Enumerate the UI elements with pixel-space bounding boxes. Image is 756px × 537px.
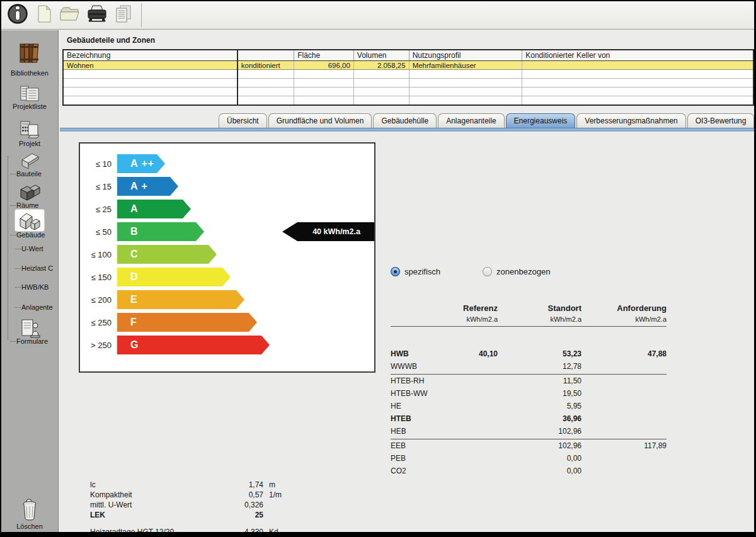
energy-grade-letter: A +	[130, 181, 148, 192]
zones-cell-empty	[409, 70, 522, 79]
sidebar: BibliothekenProjektlisteProjektBauteileR…	[1, 30, 59, 532]
result-referenz	[446, 425, 498, 438]
energy-grade-letter: D	[130, 271, 139, 283]
zones-row-empty[interactable]	[63, 70, 753, 79]
result-referenz	[446, 439, 498, 452]
tab-verbesserungsma-nahmen[interactable]: Verbesserungsmaßnahmen	[576, 113, 685, 128]
energy-grade-letter: C	[130, 249, 139, 260]
zones-cell: Wohnen	[63, 61, 238, 70]
result-row-label-eeb: EEB	[391, 439, 446, 452]
result-row-label-hteb-rh: HTEB-RH	[391, 375, 446, 387]
copy-button[interactable]	[112, 4, 135, 26]
result-standort: 36,96	[498, 412, 581, 425]
result-standort: 11,50	[498, 375, 581, 387]
result-referenz: 40,10	[446, 348, 498, 360]
zones-header-row: BezeichnungFlächeVolumenNutzungsprofilKo…	[63, 50, 753, 61]
zones-cell-empty	[522, 79, 753, 88]
results-unit: kWh/m2.a	[446, 315, 498, 325]
result-anforderung	[581, 387, 667, 400]
zones-row-selected[interactable]: Wohnenkonditioniert696,002.058,25Mehrfam…	[63, 61, 753, 70]
sidebar-subitem-u-wert[interactable]: U-Wert	[15, 245, 43, 252]
stat-unit: 1/m	[263, 490, 292, 499]
zones-column-header: Fläche	[294, 50, 354, 61]
sidebar-label-projektliste[interactable]: Projektliste	[1, 102, 58, 110]
toolbar	[1, 1, 754, 30]
result-standort: 12,78	[498, 360, 581, 373]
radio-zonenbezogen[interactable]	[483, 267, 492, 276]
results-unit-spacer	[391, 315, 446, 325]
radio-option-spezifisch[interactable]: spezifisch	[391, 267, 440, 276]
zones-column-header: Konditionierter Keller von	[522, 50, 753, 61]
sidebar-subitem-hwb-kb[interactable]: HWB/KB	[15, 283, 49, 291]
zones-row-empty[interactable]	[63, 79, 753, 88]
result-row-label-he: HE	[391, 400, 446, 412]
open-file-button[interactable]	[59, 4, 82, 26]
result-referenz	[446, 465, 498, 477]
sidebar-label-gebäude[interactable]: Gebäude	[10, 231, 45, 239]
sidebar-label-formulare[interactable]: Formulare	[10, 337, 48, 345]
result-referenz	[446, 375, 498, 387]
energy-scale-row: ≤ 15A +	[80, 177, 374, 196]
energy-threshold-label: ≤ 150	[80, 273, 112, 282]
result-referenz	[446, 360, 498, 373]
sidebar-label-projekt[interactable]: Projekt	[1, 139, 58, 147]
energy-threshold-label: ≤ 15	[80, 182, 112, 191]
result-anforderung	[581, 425, 667, 438]
zones-cell: 696,00	[294, 61, 354, 70]
sidebar-label-bauteile[interactable]: Bauteile	[10, 170, 42, 178]
tab--bersicht[interactable]: Übersicht	[219, 113, 267, 128]
tab-energieausweis[interactable]: Energieausweis	[506, 113, 576, 128]
sidebar-label-räume[interactable]: Räume	[10, 201, 38, 209]
result-anforderung	[581, 452, 667, 465]
energy-scale-row: ≤ 250F	[80, 313, 374, 332]
print-button[interactable]	[86, 4, 108, 26]
stat-label: Kompaktheit	[90, 490, 216, 499]
sidebar-item-bibliotheken[interactable]	[1, 42, 58, 68]
trash-icon	[1, 497, 58, 525]
sidebar-label-löschen[interactable]: Löschen	[1, 522, 58, 530]
stat-row-heizgradtage-hgt-12-20: Heizgradtage HGT 12/204.330Kd	[90, 527, 292, 532]
zones-column-header: Nutzungsprofil	[409, 50, 522, 61]
energy-scale-row: ≤ 150D	[80, 268, 374, 286]
result-row-label-hteb: HTEB	[391, 412, 446, 425]
result-row-label-hteb-ww: HTEB-WW	[391, 387, 446, 400]
tab-oi3-bewertung[interactable]: OI3-Bewertung	[687, 113, 754, 128]
tab-anlagenanteile[interactable]: Anlagenanteile	[438, 113, 504, 128]
radio-option-zonenbezogen[interactable]: zonenbezogen	[483, 267, 550, 276]
result-standort: 0,00	[498, 452, 581, 465]
tab-grundfl-che-und-volumen[interactable]: Grundfläche und Volumen	[268, 113, 372, 128]
toolbar-separator	[141, 3, 142, 27]
energy-band-d: D	[117, 268, 231, 286]
sidebar-label-bibliotheken[interactable]: Bibliotheken	[1, 69, 58, 77]
sidebar-subitem-anlagente[interactable]: Anlagente	[15, 303, 53, 311]
results-table: ReferenzStandortAnforderungkWh/m2.akWh/m…	[391, 303, 668, 477]
zones-column-header: Volumen	[353, 50, 409, 61]
energy-band-e: E	[117, 290, 244, 309]
zones-row-empty[interactable]	[63, 96, 753, 105]
energy-threshold-label: ≤ 200	[80, 295, 112, 305]
energy-band-c: C	[117, 245, 217, 264]
radio-spezifisch-selected[interactable]	[391, 267, 400, 276]
stat-row-mittl-u-wert: mittl. U-Wert0,326	[90, 500, 292, 510]
energy-efficiency-chart: ≤ 10A ++≤ 15A +≤ 25A≤ 50B≤ 100C≤ 150D≤ 2…	[79, 142, 375, 373]
copy-icon	[113, 4, 134, 26]
stat-value: 1,74	[216, 480, 263, 489]
energy-threshold-label: ≤ 10	[80, 159, 112, 169]
zones-row-empty[interactable]	[63, 88, 753, 96]
zones-cell-empty	[63, 88, 238, 96]
mode-radio-group: spezifischzonenbezogen	[391, 267, 550, 276]
energy-threshold-label: ≤ 250	[80, 318, 112, 327]
radio-label-zonenbezogen: zonenbezogen	[496, 267, 550, 276]
new-document-button[interactable]	[33, 4, 55, 26]
energy-scale-row: ≤ 10A ++	[80, 154, 374, 173]
result-anforderung	[581, 400, 667, 412]
tab-geb-udeh-lle[interactable]: Gebäudehülle	[373, 113, 437, 128]
result-standort: 5,95	[498, 400, 581, 412]
app-info-button[interactable]	[6, 4, 29, 26]
energy-threshold-label: ≤ 100	[80, 250, 112, 259]
stats-group: Heizgradtage HGT 12/204.330KdHeiztage HT…	[90, 527, 292, 532]
zones-table[interactable]: BezeichnungFlächeVolumenNutzungsprofilKo…	[62, 49, 754, 106]
sidebar-item-löschen[interactable]	[1, 497, 58, 525]
zones-cell-empty	[238, 96, 294, 105]
sidebar-subitem-heizlast-c[interactable]: Heizlast C	[15, 264, 53, 272]
